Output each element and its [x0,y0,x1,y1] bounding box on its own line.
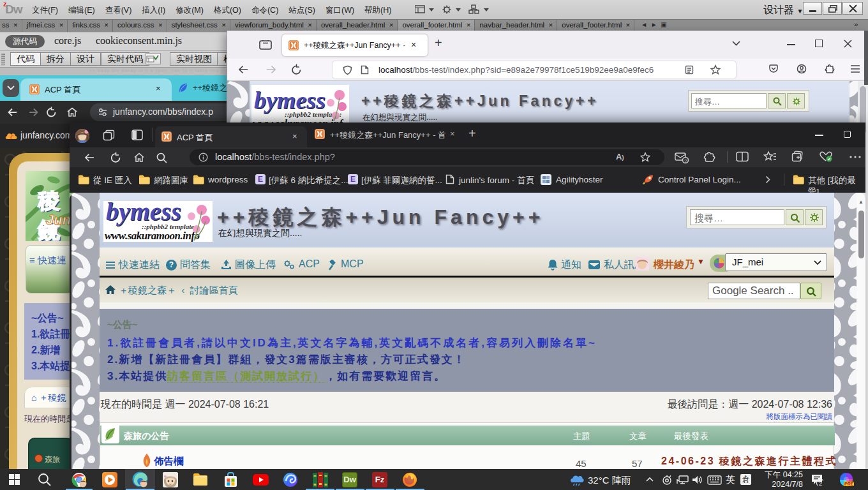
svg-text:?: ? [684,158,687,164]
svg-text:2: 2 [819,480,822,486]
